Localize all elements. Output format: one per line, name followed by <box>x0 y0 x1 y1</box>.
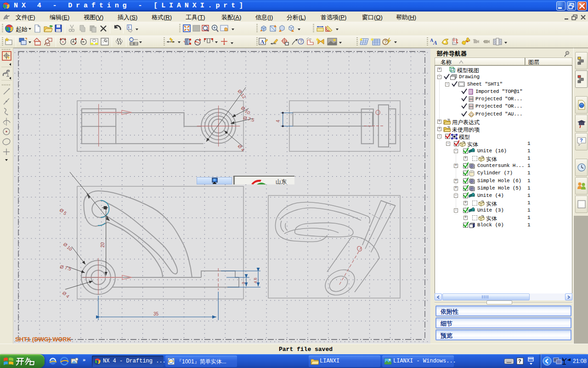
svg-text:?: ? <box>518 358 521 364</box>
svg-text:i: i <box>128 25 130 29</box>
svg-text:35: 35 <box>153 311 159 316</box>
svg-text:A: A <box>260 39 265 45</box>
svg-text:20: 20 <box>100 242 105 247</box>
svg-text:?: ? <box>384 40 387 45</box>
svg-text:?: ? <box>300 39 303 44</box>
svg-text:4.6: 4.6 <box>253 277 258 283</box>
svg-text:?: ? <box>580 138 583 143</box>
svg-text:4: 4 <box>276 120 281 122</box>
svg-text:A: A <box>433 39 437 46</box>
svg-text:3: 3 <box>241 282 246 284</box>
